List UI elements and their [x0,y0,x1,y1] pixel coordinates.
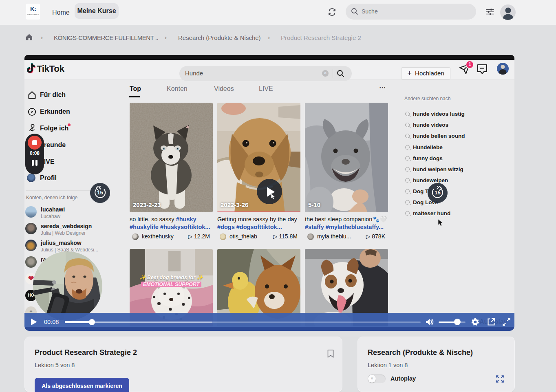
svg-text:TikTok: TikTok [37,64,64,74]
